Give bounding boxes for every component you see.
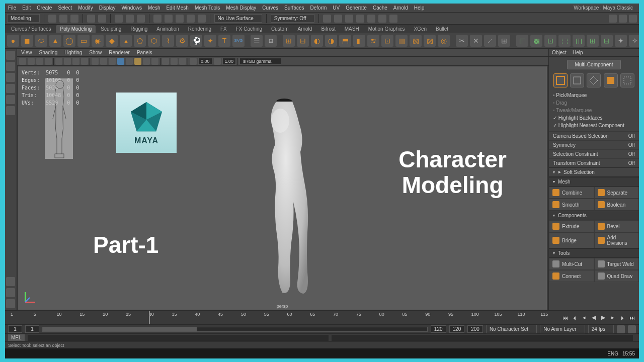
tab-mash[interactable]: MASH: [341, 25, 363, 33]
poly-platonic-icon[interactable]: ◆: [106, 35, 118, 47]
poly-pipe-icon[interactable]: ⬡: [148, 35, 160, 47]
symmetry-dropdown[interactable]: Symmetry: Off: [271, 14, 315, 23]
menu-select[interactable]: Select: [58, 5, 72, 11]
step-back-icon[interactable]: ⏴: [571, 314, 579, 322]
lasso-tool-icon[interactable]: [126, 15, 134, 23]
account-icon[interactable]: [609, 15, 617, 23]
circularize-icon[interactable]: ◎: [438, 35, 450, 47]
lasso-select-icon[interactable]: [6, 62, 15, 71]
exposure-icon[interactable]: [190, 58, 197, 65]
snap-grid-icon[interactable]: [153, 15, 162, 23]
mode-dropdown[interactable]: Modeling: [7, 14, 40, 23]
combine-button[interactable]: Combine: [549, 187, 594, 199]
sweep-icon[interactable]: ☰: [251, 35, 263, 47]
menu-cache[interactable]: Cache: [373, 5, 387, 11]
tab-rendering[interactable]: Rendering: [184, 25, 215, 33]
go-end-icon[interactable]: ⏭: [628, 314, 636, 322]
menu-windows[interactable]: Windows: [121, 5, 142, 11]
playblast-icon[interactable]: [367, 15, 375, 23]
anim-layer-dropdown[interactable]: No Anim Layer: [540, 325, 585, 333]
add-divisions-button[interactable]: Add Divisions: [594, 232, 639, 248]
menu-help[interactable]: Help: [414, 5, 425, 11]
menu-uv[interactable]: UV: [333, 5, 340, 11]
pick-marquee-option[interactable]: Pick/Marquee: [553, 92, 635, 99]
multi-cut-button[interactable]: Multi-Cut: [549, 258, 594, 270]
collapse-icon[interactable]: ▨: [424, 35, 436, 47]
menu-surfaces[interactable]: Surfaces: [284, 5, 304, 11]
target-weld-button[interactable]: Target Weld: [594, 258, 639, 270]
rp-object-menu[interactable]: Object: [552, 50, 567, 55]
autokey-icon[interactable]: [617, 325, 625, 333]
tab-custom[interactable]: Custom: [267, 25, 292, 33]
highlight-nearest-option[interactable]: Highlight Nearest Component: [553, 122, 635, 129]
mirror-icon[interactable]: ⧈: [265, 35, 277, 47]
tools-section-header[interactable]: Tools: [549, 248, 639, 258]
bridge-icon[interactable]: ≋: [367, 35, 379, 47]
menu-meshtools[interactable]: Mesh Tools: [195, 5, 220, 11]
ipr-icon[interactable]: [334, 15, 342, 23]
object-mode-icon[interactable]: [553, 73, 568, 87]
snap-point-icon[interactable]: [176, 15, 184, 23]
viewport-3d[interactable]: Verts:507500 Edges:1010000 Faces:502400 …: [17, 66, 547, 310]
poly-soccer-icon[interactable]: ⚽: [190, 35, 202, 47]
mesh-section-header[interactable]: Mesh: [549, 177, 639, 187]
tab-sculpting[interactable]: Sculpting: [97, 25, 125, 33]
poly-prism-icon[interactable]: ⬠: [134, 35, 146, 47]
play-back-icon[interactable]: ◀: [590, 314, 598, 322]
poly-cube-icon[interactable]: ◼: [21, 35, 33, 47]
command-input[interactable]: [28, 335, 329, 341]
combine-icon[interactable]: ⊞: [283, 35, 295, 47]
lighting-menu[interactable]: Lighting: [64, 50, 82, 55]
extrude-icon[interactable]: ⬒: [339, 35, 351, 47]
menu-curves[interactable]: Curves: [262, 5, 278, 11]
grid-icon[interactable]: [55, 58, 62, 65]
poly-helix-icon[interactable]: ⌇: [162, 35, 174, 47]
bevel-icon[interactable]: ◧: [353, 35, 365, 47]
div-icon[interactable]: ⊡: [381, 35, 393, 47]
tweak-marquee-option[interactable]: Tweak/Marquee: [553, 107, 635, 114]
tab-rigging[interactable]: Rigging: [126, 25, 151, 33]
components-section-header[interactable]: Components: [549, 211, 639, 220]
prefs-icon[interactable]: [628, 325, 636, 333]
range-start-in[interactable]: 1: [25, 325, 39, 333]
color-transform-dropdown[interactable]: sRGB gamma: [239, 58, 281, 65]
connect-icon[interactable]: ⟋: [484, 35, 496, 47]
sculpt1-icon[interactable]: ✦: [615, 35, 627, 47]
select-tool-icon[interactable]: [6, 51, 15, 60]
face-mode-icon[interactable]: [604, 73, 618, 87]
live-surface-dropdown[interactable]: No Live Surface: [214, 14, 262, 23]
range-end-in[interactable]: 120: [431, 325, 446, 333]
menu-editmesh[interactable]: Edit Mesh: [166, 5, 188, 11]
move-tool-icon[interactable]: [6, 73, 15, 82]
uv6-icon[interactable]: ⊞: [587, 35, 599, 47]
targetweld-icon[interactable]: ✕: [470, 35, 482, 47]
shelf-tabs[interactable]: Curves / Surfaces Poly Modeling Sculptin…: [5, 25, 639, 33]
scale-tool-icon[interactable]: [6, 95, 15, 104]
hypershade-icon[interactable]: [356, 15, 364, 23]
shadows-icon[interactable]: [126, 58, 133, 65]
range-end[interactable]: 120: [449, 325, 465, 333]
poly-pyramid-icon[interactable]: ▴: [120, 35, 132, 47]
uv7-icon[interactable]: ⊟: [601, 35, 613, 47]
resolution-gate-icon[interactable]: [72, 58, 79, 65]
key-back-icon[interactable]: ◂: [580, 314, 588, 322]
menu-generate[interactable]: Generate: [346, 5, 367, 11]
camera-based-selection[interactable]: Camera Based SelectionOff: [549, 131, 639, 140]
menu-deform[interactable]: Deform: [310, 5, 327, 11]
smooth-button[interactable]: Smooth: [549, 199, 594, 211]
fps-dropdown[interactable]: 24 fps: [588, 325, 614, 333]
uv2-icon[interactable]: ▩: [530, 35, 542, 47]
aa-icon[interactable]: [151, 58, 158, 65]
render-icon[interactable]: [323, 15, 331, 23]
wireframe-icon[interactable]: [92, 58, 99, 65]
renderer-menu[interactable]: Renderer: [109, 50, 130, 55]
layout-outliner-icon[interactable]: [6, 299, 15, 308]
tab-fx[interactable]: FX: [216, 25, 231, 33]
vertex-mode-icon[interactable]: [570, 73, 584, 87]
quad-draw-button[interactable]: Quad Draw: [594, 270, 639, 282]
key-fwd-icon[interactable]: ▸: [609, 314, 617, 322]
character-set-dropdown[interactable]: No Character Set: [486, 325, 537, 333]
tab-poly-modeling[interactable]: Poly Modeling: [56, 25, 96, 33]
ao-icon[interactable]: [134, 58, 141, 65]
menu-modify[interactable]: Modify: [78, 5, 93, 11]
